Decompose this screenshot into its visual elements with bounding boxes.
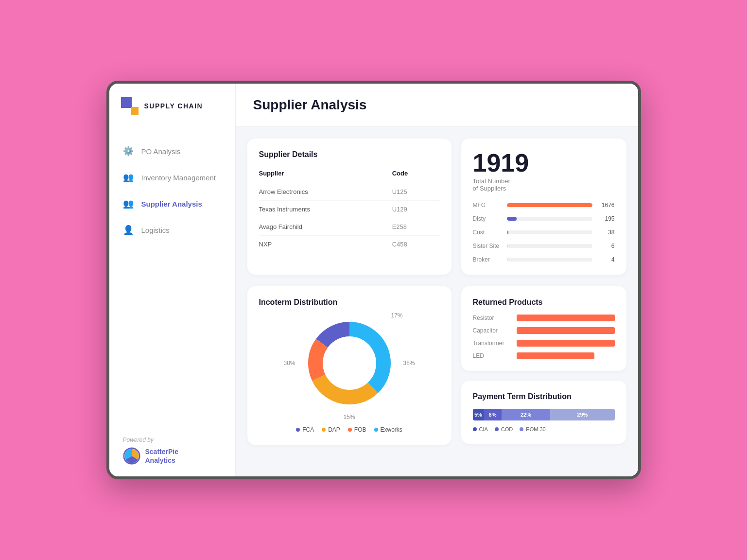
supplier-code: U125 <box>392 183 440 201</box>
inventory-label: Inventory Management <box>141 174 216 182</box>
supplier-code: C458 <box>392 236 440 253</box>
bar-fill <box>507 203 592 207</box>
bar-row: Broker 4 <box>473 256 615 263</box>
app-title: SUPPLY CHAIN <box>144 102 203 110</box>
logo-area: SUPPLY CHAIN <box>109 84 235 128</box>
bar-value: 6 <box>597 243 615 249</box>
returned-bar <box>517 340 615 347</box>
pct-left: 30% <box>284 360 295 367</box>
payment-segment: 22% <box>502 409 550 420</box>
brand-name-line2: Analytics <box>145 456 178 465</box>
supplier-name: NXP <box>259 236 392 253</box>
payment-segment-label: 22% <box>521 412 531 418</box>
payment-legend-label: COD <box>501 426 513 432</box>
sidebar-footer: Powered by ScatterPie Analytics <box>109 425 235 476</box>
payment-segment: 5% <box>473 409 484 420</box>
donut-chart <box>301 315 398 412</box>
returned-row: Transformer <box>473 340 615 347</box>
bar-track <box>507 203 592 207</box>
bar-row: MFG 1676 <box>473 202 615 209</box>
supplier-icon: 👥 <box>123 198 134 209</box>
scatterpie-logo-icon <box>123 447 140 465</box>
legend-label: DAP <box>328 426 340 433</box>
payment-legend-item: EOM 30 <box>520 426 545 432</box>
page-title: Supplier Analysis <box>253 97 621 113</box>
bar-track <box>507 217 592 221</box>
bar-row: Sister Site 6 <box>473 243 615 249</box>
returned-products-title: Returned Products <box>473 298 615 307</box>
dashboard-bottom-grid: Incoterm Distribution <box>236 286 638 456</box>
total-suppliers-label: Total Number of Suppliers <box>473 177 615 192</box>
supplier-name: Arrow Electronics <box>259 183 392 201</box>
incoterm-card: Incoterm Distribution <box>247 286 452 445</box>
donut-container: 17% 38% 15% 30% FCA DAP FOB Exworks <box>259 315 440 433</box>
table-row: Arrow Electronics U125 <box>259 183 440 201</box>
right-column: Returned Products Resistor Capacitor Tra… <box>461 286 626 445</box>
returned-row: Capacitor <box>473 327 615 334</box>
bar-label: Disty <box>473 215 502 222</box>
payment-term-title: Payment Term Distribution <box>473 392 615 401</box>
supplier-code: E258 <box>392 218 440 236</box>
bar-row: Cust 38 <box>473 229 615 236</box>
returned-bar <box>517 315 615 321</box>
payment-segment: 8% <box>484 409 502 420</box>
legend-dot <box>296 428 300 432</box>
table-row: NXP C458 <box>259 236 440 253</box>
logistics-icon: 👤 <box>123 225 134 235</box>
bar-track <box>507 244 592 248</box>
payment-legend-dot <box>473 427 477 431</box>
returned-rows: Resistor Capacitor Transformer LED <box>473 315 615 359</box>
bar-track <box>507 258 592 262</box>
logo-square-yellow <box>131 107 139 115</box>
incoterm-title: Incoterm Distribution <box>259 298 440 307</box>
returned-item-label: Capacitor <box>473 327 512 334</box>
bar-value: 4 <box>597 256 615 263</box>
legend-item: FOB <box>348 426 366 433</box>
po-analysis-label: PO Analysis <box>141 147 181 156</box>
sidebar-item-po-analysis[interactable]: ⚙️ PO Analysis <box>109 138 235 164</box>
returned-bar <box>517 352 595 359</box>
sidebar-item-inventory[interactable]: 👥 Inventory Management <box>109 164 235 191</box>
bar-value: 1676 <box>597 202 615 209</box>
dashboard-top-grid: 1919 Total Number of Suppliers MFG 1676 … <box>236 127 638 286</box>
legend-label: Exworks <box>381 426 402 433</box>
legend-dot <box>348 428 352 432</box>
returned-item-label: Transformer <box>473 340 512 347</box>
payment-legend-dot <box>520 427 523 431</box>
sidebar-nav: ⚙️ PO Analysis 👥 Inventory Management 👥 … <box>109 128 235 425</box>
logo-square-blue <box>121 97 132 108</box>
sidebar: SUPPLY CHAIN ⚙️ PO Analysis 👥 Inventory … <box>109 84 236 476</box>
table-row: Texas Instruments U129 <box>259 201 440 218</box>
powered-by-text: Powered by <box>123 437 222 443</box>
bar-label: Sister Site <box>473 243 502 249</box>
logo-icon <box>121 97 139 115</box>
bar-value: 195 <box>597 215 615 222</box>
payment-bar: 5% 8% 22% 29% <box>473 409 615 420</box>
payment-term-card: Payment Term Distribution 5% 8% 22% 29% … <box>461 381 626 444</box>
payment-segment: 29% <box>550 409 614 420</box>
payment-legend-label: EOM 30 <box>526 426 545 432</box>
bar-fill <box>507 217 517 221</box>
logistics-label: Logistics <box>141 226 170 234</box>
returned-row: LED <box>473 352 615 359</box>
pct-right: 38% <box>403 360 415 367</box>
payment-legend-label: CIA <box>479 426 488 432</box>
sidebar-item-supplier-analysis[interactable]: 👥 Supplier Analysis <box>109 191 235 217</box>
supplier-stats-card: 1919 Total Number of Suppliers MFG 1676 … <box>461 139 626 275</box>
returned-item-label: Resistor <box>473 315 512 321</box>
returned-row: Resistor <box>473 315 615 321</box>
pct-bottom: 15% <box>343 414 355 420</box>
payment-legend-item: COD <box>495 426 513 432</box>
legend-label: FOB <box>354 426 366 433</box>
code-col-header: Code <box>392 167 440 183</box>
donut-legend: FCA DAP FOB Exworks <box>296 426 402 433</box>
device-frame: SUPPLY CHAIN ⚙️ PO Analysis 👥 Inventory … <box>106 81 641 479</box>
bar-label: Cust <box>473 229 502 236</box>
returned-products-card: Returned Products Resistor Capacitor Tra… <box>461 286 626 371</box>
supplier-name: Texas Instruments <box>259 201 392 218</box>
sidebar-item-logistics[interactable]: 👤 Logistics <box>109 217 235 243</box>
bar-label: MFG <box>473 202 502 209</box>
brand-area: ScatterPie Analytics <box>123 447 222 465</box>
main-content: Supplier Analysis 1919 Total Number of S… <box>236 84 638 476</box>
bar-label: Broker <box>473 256 502 263</box>
